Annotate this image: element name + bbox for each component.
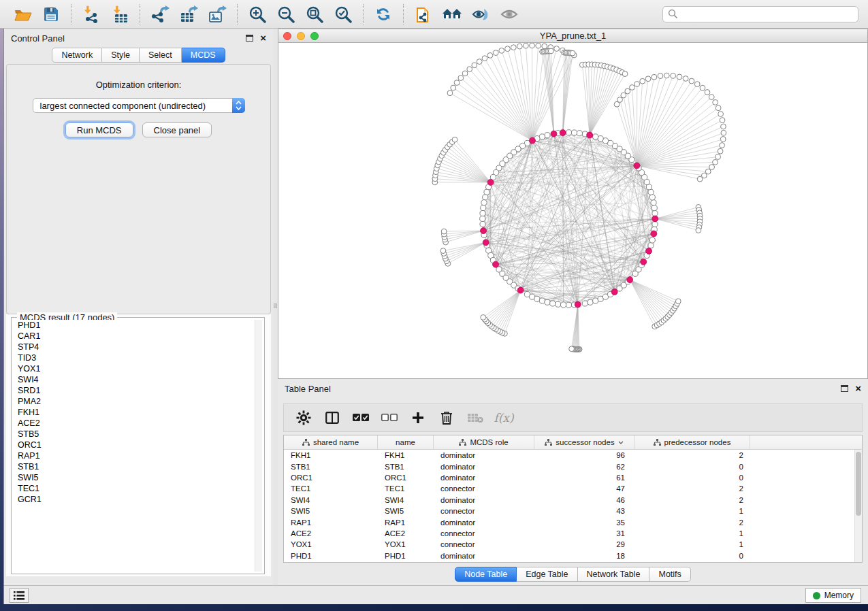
table-row[interactable]: ORC1ORC1dominator610	[284, 472, 854, 483]
table-cell[interactable]: TEC1	[284, 484, 378, 493]
table-cell[interactable]: 43	[534, 507, 634, 515]
splitter-handle[interactable]	[274, 303, 277, 308]
tab-mcds[interactable]: MCDS	[182, 48, 225, 63]
column-header-successor-nodes[interactable]: successor nodes	[534, 435, 634, 449]
import-network-button[interactable]	[80, 3, 103, 25]
unselect-all-button[interactable]	[379, 408, 400, 428]
table-cell[interactable]: 96	[534, 451, 634, 459]
vizmapper-button[interactable]	[469, 3, 492, 25]
table-cell[interactable]: dominator	[434, 552, 534, 560]
tab-style[interactable]: Style	[102, 48, 140, 63]
mcds-result-item[interactable]: PMA2	[14, 396, 255, 407]
tab-motifs[interactable]: Motifs	[649, 567, 690, 582]
mcds-result-item[interactable]: PHD1	[14, 320, 255, 331]
table-cell[interactable]: 0	[634, 552, 750, 560]
tab-network[interactable]: Network	[52, 48, 102, 63]
table-cell[interactable]: FKH1	[284, 451, 378, 459]
table-cell[interactable]: 2	[634, 484, 750, 493]
save-session-button[interactable]	[39, 3, 63, 25]
column-header-name[interactable]: name	[378, 435, 434, 449]
tab-select[interactable]: Select	[140, 48, 182, 63]
table-row[interactable]: STB1STB1dominator620	[284, 461, 854, 472]
table-cell[interactable]: 1	[634, 540, 750, 548]
float-panel-icon[interactable]	[841, 385, 848, 392]
close-panel-icon[interactable]: ×	[260, 35, 266, 42]
zoom-in-button[interactable]	[246, 3, 269, 25]
add-column-button[interactable]	[408, 408, 428, 428]
table-cell[interactable]: PHD1	[378, 552, 434, 560]
table-cell[interactable]: 2	[634, 451, 750, 459]
table-cell[interactable]: SWI4	[284, 496, 378, 504]
table-row[interactable]: TEC1TEC1connector472	[284, 483, 854, 494]
table-cell[interactable]: 47	[534, 484, 634, 493]
table-cell[interactable]: YOX1	[284, 540, 378, 548]
table-cell[interactable]: 29	[534, 540, 634, 548]
table-cell[interactable]: 35	[534, 518, 634, 527]
memory-button[interactable]: Memory	[805, 588, 861, 603]
mcds-result-item[interactable]: STB1	[14, 461, 255, 472]
table-cell[interactable]: dominator	[434, 518, 534, 527]
table-settings-button[interactable]	[293, 408, 314, 428]
table-cell[interactable]: dominator	[434, 474, 534, 482]
mcds-result-item[interactable]: CAR1	[14, 331, 255, 342]
table-scrollbar[interactable]	[854, 450, 862, 562]
mcds-result-item[interactable]: GCR1	[14, 494, 255, 505]
table-cell[interactable]: connector	[434, 484, 534, 493]
function-builder-button[interactable]: f(x)	[494, 408, 514, 428]
table-cell[interactable]: connector	[434, 507, 534, 515]
column-header-mcds-role[interactable]: MCDS role	[434, 435, 534, 449]
table-row[interactable]: FKH1FKH1dominator962	[284, 450, 854, 461]
float-panel-icon[interactable]	[246, 35, 253, 42]
mcds-result-item[interactable]: RAP1	[14, 450, 255, 461]
tab-edge-table[interactable]: Edge Table	[517, 567, 577, 582]
mcds-result-item[interactable]: TEC1	[14, 483, 255, 494]
table-cell[interactable]: 0	[634, 463, 750, 471]
show-column-button[interactable]	[322, 408, 342, 428]
vertical-splitter[interactable]	[273, 29, 278, 585]
refresh-network-button[interactable]	[372, 3, 395, 25]
table-row[interactable]: ACE2ACE2connector311	[284, 528, 854, 539]
mcds-result-item[interactable]: STB5	[14, 429, 255, 440]
table-cell[interactable]: ORC1	[378, 474, 434, 482]
zoom-fit-button[interactable]	[303, 3, 326, 25]
table-cell[interactable]: 31	[534, 529, 634, 538]
table-cell[interactable]: 46	[534, 496, 634, 504]
share-network-button[interactable]	[412, 3, 435, 25]
table-row[interactable]: RAP1RAP1dominator352	[284, 516, 854, 527]
table-cell[interactable]: SWI5	[284, 507, 378, 515]
table-row[interactable]: YOX1YOX1connector291	[284, 539, 854, 550]
table-cell[interactable]: 1	[634, 529, 750, 538]
table-cell[interactable]: YOX1	[378, 540, 434, 548]
zoom-selected-button[interactable]	[332, 3, 355, 25]
mcds-result-item[interactable]: SWI4	[14, 374, 255, 385]
close-panel-icon[interactable]: ×	[855, 385, 861, 392]
zoom-out-button[interactable]	[274, 3, 298, 25]
optimization-criterion-dropdown[interactable]: largest connected component (undirected)	[33, 98, 245, 113]
table-cell[interactable]: STB1	[284, 463, 378, 471]
table-cell[interactable]: dominator	[434, 463, 534, 471]
mcds-list-scrollbar[interactable]	[255, 320, 262, 572]
table-cell[interactable]: FKH1	[378, 451, 434, 459]
table-cell[interactable]: SWI5	[378, 507, 434, 515]
search-input[interactable]	[678, 7, 853, 21]
mcds-result-item[interactable]: FKH1	[14, 407, 255, 418]
mcds-result-item[interactable]: YOX1	[14, 363, 255, 374]
column-header-shared-name[interactable]: shared name	[284, 435, 378, 449]
table-cell[interactable]: dominator	[434, 451, 534, 459]
table-cell[interactable]: ORC1	[284, 474, 378, 482]
scrollbar-thumb[interactable]	[856, 452, 861, 516]
hide-panel-button[interactable]	[498, 3, 521, 25]
table-cell[interactable]: 2	[634, 518, 750, 527]
table-cell[interactable]: 1	[634, 507, 750, 515]
network-canvas[interactable]	[278, 43, 867, 378]
column-header-predecessor-nodes[interactable]: predecessor nodes	[634, 435, 750, 449]
mcds-result-item[interactable]: STP4	[14, 342, 255, 352]
mcds-result-item[interactable]: SRD1	[14, 385, 255, 396]
mcds-result-item[interactable]: ORC1	[14, 440, 255, 450]
table-cell[interactable]: connector	[434, 529, 534, 538]
table-cell[interactable]: dominator	[434, 496, 534, 504]
table-row[interactable]: SWI5SWI5connector431	[284, 506, 854, 516]
export-image-button[interactable]	[206, 3, 229, 25]
tab-node-table[interactable]: Node Table	[455, 567, 517, 582]
run-mcds-button[interactable]: Run MCDS	[65, 122, 133, 137]
